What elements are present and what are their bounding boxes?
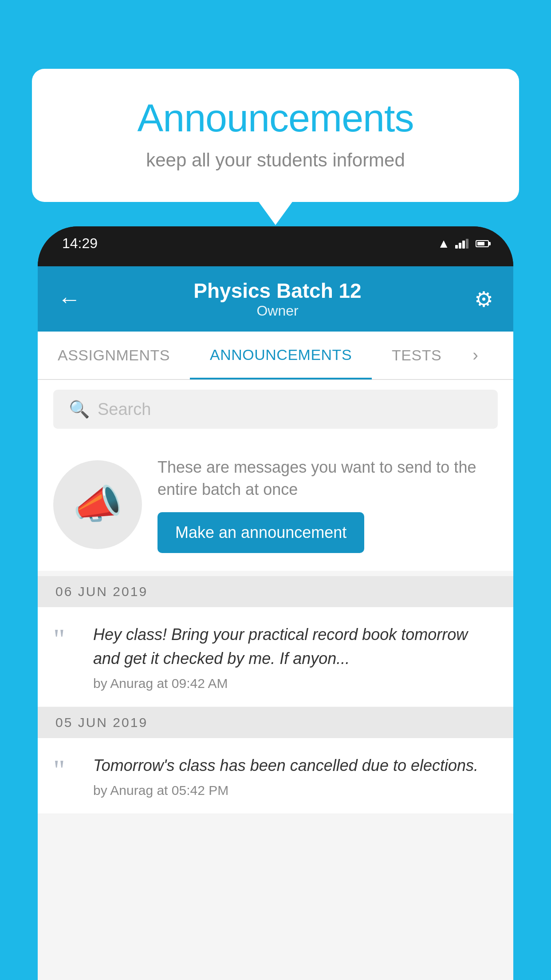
search-input[interactable]: 🔍 Search bbox=[53, 390, 498, 429]
battery-icon bbox=[476, 240, 489, 247]
announcement-item-2[interactable]: " Tomorrow's class has been cancelled du… bbox=[38, 738, 513, 814]
phone-notch bbox=[236, 226, 315, 251]
make-announcement-button[interactable]: Make an announcement bbox=[157, 512, 364, 553]
screen: ← Physics Batch 12 Owner ⚙ ASSIGNMENTS A… bbox=[38, 266, 513, 980]
promo-description: These are messages you want to send to t… bbox=[157, 456, 498, 501]
search-placeholder-text: Search bbox=[98, 400, 151, 419]
quote-icon-2: " bbox=[53, 756, 80, 785]
tab-assignments[interactable]: ASSIGNMENTS bbox=[38, 332, 190, 378]
tab-more[interactable]: › bbox=[461, 332, 489, 379]
promo-content: These are messages you want to send to t… bbox=[157, 456, 498, 553]
megaphone-icon: 📣 bbox=[73, 481, 122, 528]
announcement-promo: 📣 These are messages you want to send to… bbox=[38, 439, 513, 571]
speech-bubble-title: Announcements bbox=[67, 95, 484, 141]
speech-bubble: Announcements keep all your students inf… bbox=[32, 69, 519, 202]
app-bar: ← Physics Batch 12 Owner ⚙ bbox=[38, 266, 513, 332]
announcement-item-1[interactable]: " Hey class! Bring your practical record… bbox=[38, 607, 513, 707]
notch-area: 14:29 ▲ bbox=[38, 226, 513, 266]
status-icons: ▲ bbox=[437, 237, 489, 251]
quote-icon-1: " bbox=[53, 625, 80, 654]
date-divider-2: 05 JUN 2019 bbox=[38, 707, 513, 738]
status-time: 14:29 bbox=[62, 235, 98, 252]
speech-bubble-container: Announcements keep all your students inf… bbox=[32, 69, 519, 202]
announcement-content-1: Hey class! Bring your practical record b… bbox=[93, 623, 498, 691]
tab-announcements[interactable]: ANNOUNCEMENTS bbox=[190, 332, 372, 379]
settings-icon[interactable]: ⚙ bbox=[474, 287, 493, 312]
search-container: 🔍 Search bbox=[38, 380, 513, 439]
speech-bubble-subtitle: keep all your students informed bbox=[67, 150, 484, 171]
app-bar-title: Physics Batch 12 bbox=[81, 279, 474, 303]
announcement-meta-1: by Anurag at 09:42 AM bbox=[93, 676, 498, 691]
search-icon: 🔍 bbox=[69, 399, 90, 419]
date-divider-1: 06 JUN 2019 bbox=[38, 576, 513, 607]
app-bar-subtitle: Owner bbox=[81, 303, 474, 319]
promo-icon-circle: 📣 bbox=[53, 460, 142, 549]
announcement-text-2: Tomorrow's class has been cancelled due … bbox=[93, 754, 498, 778]
phone-frame: 14:29 ▲ ← Phys bbox=[38, 226, 513, 980]
announcement-meta-2: by Anurag at 05:42 PM bbox=[93, 783, 498, 798]
tabs-bar: ASSIGNMENTS ANNOUNCEMENTS TESTS › bbox=[38, 332, 513, 380]
announcement-text-1: Hey class! Bring your practical record b… bbox=[93, 623, 498, 671]
tab-tests[interactable]: TESTS bbox=[372, 332, 461, 378]
wifi-icon: ▲ bbox=[437, 237, 450, 251]
app-bar-center: Physics Batch 12 Owner bbox=[81, 279, 474, 319]
signal-icon bbox=[455, 239, 468, 249]
announcement-content-2: Tomorrow's class has been cancelled due … bbox=[93, 754, 498, 798]
back-button[interactable]: ← bbox=[58, 286, 81, 312]
